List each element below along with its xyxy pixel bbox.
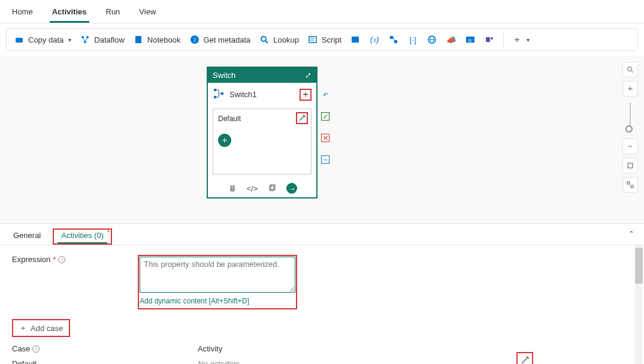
switch-branch-icon (213, 88, 225, 101)
svg-rect-12 (352, 37, 359, 43)
info-icon[interactable]: i (32, 345, 40, 353)
data-icon (14, 34, 25, 45)
zoom-layout-button[interactable] (622, 177, 638, 192)
svg-rect-26 (270, 186, 274, 191)
svg-point-22 (491, 37, 493, 40)
edit-default-button[interactable] (296, 112, 308, 124)
tool-get-metadata-label: Get metadata (204, 35, 251, 44)
activities-toolbar: Copy data ▾ Dataflow Notebook i Get meta… (6, 28, 638, 51)
zoom-handle[interactable] (625, 125, 633, 133)
delete-node-icon[interactable] (227, 183, 238, 194)
svg-rect-30 (628, 163, 633, 168)
undo-icon[interactable]: ↶ (321, 91, 329, 99)
edit-case-button[interactable] (516, 352, 533, 364)
default-case-box[interactable]: Default ＋ (213, 109, 312, 175)
expression-label-text: Expression (12, 255, 50, 264)
tool-brackets-icon[interactable]: [∙] (407, 34, 418, 45)
svg-rect-31 (627, 182, 630, 184)
run-node-icon[interactable]: → (286, 183, 297, 194)
form-scrollbar[interactable] (635, 245, 643, 364)
activities-form: Expression * i Add dynamic content [Alt+… (0, 245, 644, 364)
info-icon: i (189, 34, 200, 45)
switch-node-title: Switch1 (229, 90, 257, 99)
svg-rect-0 (16, 38, 23, 43)
top-tab-view[interactable]: View (137, 5, 158, 23)
svg-rect-13 (390, 36, 393, 39)
tab-activities-highlight: Activities (0) 1 (53, 228, 112, 245)
tool-pipeline-icon[interactable] (388, 34, 399, 45)
tool-script[interactable]: Script (307, 34, 341, 45)
top-tab-run[interactable]: Run (104, 5, 123, 23)
svg-rect-24 (214, 96, 216, 98)
case-header-text: Case (12, 344, 30, 353)
expand-icon[interactable]: ⤢ (305, 71, 312, 80)
tool-lookup[interactable]: Lookup (259, 34, 299, 45)
add-case-label: Add case (31, 324, 63, 333)
add-case-button[interactable]: ＋ Add case (12, 319, 70, 337)
tool-dataflow[interactable]: Dataflow (80, 34, 125, 45)
code-view-icon[interactable]: </> (247, 183, 258, 194)
tool-copy-data[interactable]: Copy data ▾ (14, 34, 71, 45)
collapse-panel-button[interactable]: ⌃ (628, 230, 634, 238)
svg-rect-4 (135, 36, 141, 43)
switch-activity-node[interactable]: Switch ⤢ Switch1 ＋ Default ＋ </> → (207, 67, 318, 198)
tool-teams-icon[interactable] (484, 34, 495, 45)
tool-list-icon[interactable] (350, 34, 361, 45)
case-column-header: Case i (12, 344, 198, 353)
tool-add-more[interactable]: ＋▾ (512, 34, 530, 46)
tool-script-label: Script (322, 35, 341, 44)
svg-rect-32 (631, 185, 633, 188)
info-icon[interactable]: i (58, 256, 65, 263)
add-case-inline-button[interactable]: ＋ (300, 89, 312, 101)
svg-rect-9 (309, 37, 316, 43)
zoom-in-button[interactable]: ＋ (622, 81, 638, 97)
svg-rect-21 (486, 37, 490, 42)
expression-input[interactable] (140, 257, 295, 293)
svg-text:i: i (193, 37, 195, 43)
chevron-down-icon: ▾ (527, 37, 530, 43)
add-dynamic-content-link[interactable]: Add dynamic content [Alt+Shift+D] (140, 297, 295, 308)
chevron-down-icon: ▾ (68, 37, 71, 43)
add-activity-button[interactable]: ＋ (218, 134, 231, 147)
copy-node-icon[interactable] (267, 183, 277, 194)
tool-outlook-icon[interactable]: o (465, 34, 476, 45)
tool-get-metadata[interactable]: i Get metadata (189, 34, 251, 45)
tool-announce-icon[interactable]: 📣 (446, 34, 456, 45)
node-side-actions: ↶ ✓ ✕ → (321, 91, 329, 164)
search-icon (259, 34, 270, 45)
next-icon[interactable]: → (321, 155, 329, 164)
top-tab-home[interactable]: Home (10, 5, 35, 23)
validate-icon[interactable]: ✓ (321, 112, 329, 121)
zoom-out-button[interactable]: － (622, 139, 638, 154)
required-star: * (53, 255, 56, 264)
scroll-thumb[interactable] (635, 248, 643, 284)
top-tab-activities[interactable]: Activities (50, 5, 89, 23)
zoom-fit-button[interactable] (622, 158, 638, 173)
tool-lookup-label: Lookup (273, 35, 299, 44)
properties-tabs: General Activities (0) 1 ⌃ (0, 224, 644, 245)
tool-notebook-label: Notebook (147, 35, 181, 44)
tool-globe-icon[interactable] (427, 34, 437, 45)
delete-icon[interactable]: ✕ (321, 134, 329, 142)
tool-variable-icon[interactable]: (𝑥) (369, 34, 380, 45)
tab-general[interactable]: General (10, 228, 44, 245)
activity-column-header: Activity (198, 344, 222, 353)
svg-point-28 (628, 67, 632, 71)
tab-activities[interactable]: Activities (0) (58, 228, 107, 243)
toolbar-separator (503, 32, 504, 47)
tool-notebook[interactable]: Notebook (133, 34, 181, 45)
pipeline-canvas[interactable]: Switch ⤢ Switch1 ＋ Default ＋ </> → ↶ ✓ ✕ (0, 56, 644, 224)
zoom-slider[interactable] (630, 103, 631, 133)
plus-icon: ＋ (19, 323, 27, 333)
tab-activities-badge: 1 (107, 227, 110, 233)
switch-node-type: Switch (213, 71, 235, 80)
default-case-label: Default (218, 115, 241, 123)
svg-text:o: o (468, 37, 471, 43)
zoom-controls: ＋ － (622, 62, 638, 192)
zoom-search-button[interactable] (622, 62, 638, 77)
svg-rect-27 (271, 185, 275, 189)
svg-point-7 (261, 37, 266, 41)
node-footer: </> → (208, 179, 316, 197)
activity-row-empty: No activities (198, 359, 240, 364)
svg-line-29 (631, 71, 633, 73)
